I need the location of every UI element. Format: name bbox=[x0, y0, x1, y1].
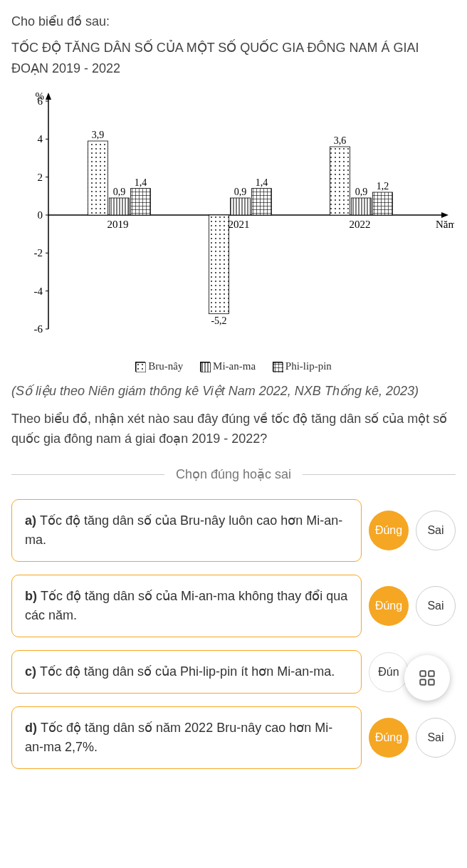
svg-text:0: 0 bbox=[38, 209, 43, 221]
chart-legend: Bru-nây Mi-an-ma Phi-lip-pin bbox=[11, 360, 456, 375]
svg-rect-43 bbox=[352, 198, 372, 215]
divider-label: Chọn đúng hoặc sai bbox=[164, 466, 303, 482]
svg-rect-36 bbox=[231, 198, 251, 215]
legend-item-brunay: Bru-nây bbox=[135, 360, 183, 372]
option-row-b: b) Tốc độ tăng dân số của Mi-an-ma không… bbox=[11, 575, 456, 637]
svg-rect-48 bbox=[136, 362, 146, 372]
svg-text:Năm: Năm bbox=[436, 219, 454, 230]
legend-label: Phi-lip-pin bbox=[285, 360, 332, 372]
false-button[interactable]: Sai bbox=[416, 718, 456, 758]
option-text: Tốc độ tăng dân số của Bru-nây luôn cao … bbox=[25, 513, 342, 547]
svg-rect-53 bbox=[420, 679, 426, 685]
false-button[interactable]: Sai bbox=[416, 511, 456, 550]
svg-text:-5,2: -5,2 bbox=[211, 315, 226, 326]
true-button[interactable]: Đúng bbox=[369, 586, 409, 626]
svg-text:-6: -6 bbox=[34, 323, 43, 335]
option-text: Tốc độ tăng dân số của Mi-an-ma không th… bbox=[25, 589, 347, 622]
option-b: b) Tốc độ tăng dân số của Mi-an-ma không… bbox=[11, 575, 362, 637]
option-d: d) Tốc độ tăng dân số năm 2022 Bru-nây c… bbox=[11, 706, 362, 769]
svg-text:-4: -4 bbox=[34, 286, 43, 297]
svg-text:2021: 2021 bbox=[229, 219, 250, 230]
svg-text:0,9: 0,9 bbox=[234, 187, 247, 197]
svg-text:3,6: 3,6 bbox=[334, 135, 347, 146]
option-text: Tốc độ tăng dân số của Phi-lip-pin ít hơ… bbox=[40, 664, 335, 679]
svg-rect-52 bbox=[429, 671, 434, 677]
option-prefix: c) bbox=[25, 664, 40, 679]
legend-label: Mi-an-ma bbox=[213, 360, 256, 372]
question-intro: Cho biểu đồ sau: bbox=[11, 11, 456, 32]
bar-chart: -6-4-20246%Năm3,90,91,42019-5,20,91,4202… bbox=[13, 87, 454, 343]
svg-text:4: 4 bbox=[38, 134, 43, 145]
false-button[interactable]: Sai bbox=[416, 586, 456, 626]
svg-marker-8 bbox=[46, 93, 51, 100]
true-button[interactable]: Đúng bbox=[369, 511, 409, 550]
svg-text:1,2: 1,2 bbox=[377, 181, 389, 192]
svg-text:2019: 2019 bbox=[107, 219, 129, 230]
svg-text:0,9: 0,9 bbox=[113, 187, 126, 197]
legend-item-mianma: Mi-an-ma bbox=[200, 360, 256, 372]
svg-text:1,4: 1,4 bbox=[256, 177, 268, 188]
svg-text:1,4: 1,4 bbox=[135, 177, 147, 188]
chart-container: -6-4-20246%Năm3,90,91,42019-5,20,91,4202… bbox=[13, 87, 454, 357]
option-row-a: a) Tốc độ tăng dân số của Bru-nây luôn c… bbox=[11, 499, 456, 562]
divider-line bbox=[11, 474, 164, 475]
option-row-d: d) Tốc độ tăng dân số năm 2022 Bru-nây c… bbox=[11, 706, 456, 769]
svg-rect-49 bbox=[201, 362, 211, 372]
svg-rect-41 bbox=[330, 147, 350, 215]
svg-rect-45 bbox=[373, 192, 393, 215]
svg-text:%: % bbox=[36, 90, 45, 102]
grid-icon bbox=[418, 669, 436, 687]
svg-rect-50 bbox=[273, 362, 283, 372]
source-note: (Số liệu theo Niên giám thông kê Việt Na… bbox=[11, 381, 456, 402]
options-container: a) Tốc độ tăng dân số của Bru-nây luôn c… bbox=[11, 499, 456, 769]
question-followup: Theo biểu đồ, nhận xét nào sau đây đúng … bbox=[11, 409, 456, 450]
svg-rect-31 bbox=[131, 189, 151, 215]
option-row-c: c) Tốc độ tăng dân số của Phi-lip-pin ít… bbox=[11, 650, 456, 694]
svg-rect-34 bbox=[209, 215, 229, 314]
section-divider: Chọn đúng hoặc sai bbox=[11, 466, 456, 482]
svg-text:0,9: 0,9 bbox=[355, 187, 368, 197]
svg-rect-38 bbox=[252, 189, 272, 215]
chart-title: TỐC ĐỘ TĂNG DÂN SỐ CỦA MỘT SỐ QUỐC GIA Đ… bbox=[11, 38, 456, 79]
svg-text:-2: -2 bbox=[34, 248, 43, 259]
legend-item-philippin: Phi-lip-pin bbox=[273, 360, 332, 372]
svg-rect-54 bbox=[429, 679, 434, 685]
option-text: Tốc độ tăng dân số năm 2022 Bru-nây cao … bbox=[25, 721, 332, 754]
svg-rect-27 bbox=[88, 141, 108, 215]
true-button[interactable]: Đún bbox=[369, 652, 409, 692]
option-prefix: b) bbox=[25, 589, 41, 603]
option-prefix: d) bbox=[25, 721, 41, 735]
option-c: c) Tốc độ tăng dân số của Phi-lip-pin ít… bbox=[11, 650, 362, 694]
svg-rect-29 bbox=[110, 198, 130, 215]
svg-text:2022: 2022 bbox=[350, 219, 371, 230]
option-a: a) Tốc độ tăng dân số của Bru-nây luôn c… bbox=[11, 499, 362, 562]
legend-label: Bru-nây bbox=[148, 360, 183, 372]
svg-rect-51 bbox=[420, 671, 426, 677]
divider-line bbox=[303, 474, 456, 475]
true-button[interactable]: Đúng bbox=[369, 718, 409, 758]
grid-menu-button[interactable] bbox=[404, 655, 450, 701]
option-prefix: a) bbox=[25, 513, 40, 528]
svg-text:2: 2 bbox=[38, 172, 43, 183]
svg-text:3,9: 3,9 bbox=[92, 130, 105, 140]
svg-marker-10 bbox=[441, 212, 448, 218]
